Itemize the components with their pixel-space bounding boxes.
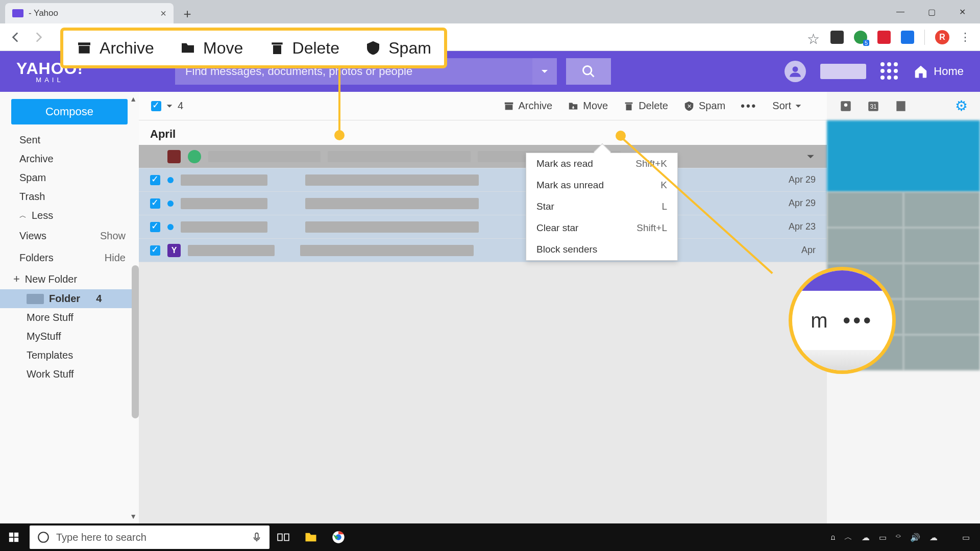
forward-button[interactable] [32,31,45,44]
row-checkbox[interactable] [150,175,160,185]
tray-chevron-icon[interactable]: ︿ [844,532,852,543]
extension-icon[interactable] [877,31,891,44]
message-row[interactable]: Apr 29 [139,168,827,192]
collapse-less[interactable]: ︿Less [0,206,139,225]
row-checkbox[interactable] [150,222,160,232]
row-checkbox[interactable] [150,245,160,256]
unread-dot-icon [167,224,174,230]
svg-rect-12 [78,42,90,45]
search-button[interactable] [566,58,611,85]
user-folder[interactable]: More Stuff [0,308,139,327]
onedrive-icon[interactable]: ☁ [862,533,870,542]
more-menu-button[interactable]: ••• [741,99,757,113]
sidebar-scrollbar[interactable] [132,265,139,418]
message-row[interactable]: Apr 23 [139,215,827,239]
back-button[interactable] [9,31,22,44]
file-explorer-icon[interactable] [297,523,325,551]
chevron-down-icon[interactable] [165,102,174,110]
apps-grid-icon[interactable] [880,62,899,81]
sort-button[interactable]: Sort [772,100,815,112]
home-link[interactable]: Home [913,64,964,79]
svg-rect-18 [9,538,13,542]
chrome-icon[interactable] [325,523,352,551]
task-view-icon[interactable] [270,523,297,551]
svg-rect-21 [255,533,258,539]
scroll-up-icon[interactable]: ▲ [130,95,137,103]
mic-icon[interactable] [251,532,262,543]
month-header: April [139,120,827,145]
move-button[interactable]: Move [568,100,608,112]
svg-rect-23 [284,534,289,541]
folder-trash[interactable]: Trash [0,187,139,206]
extension-icon[interactable] [901,31,914,44]
extension-icon[interactable] [830,31,844,44]
archive-button[interactable]: Archive [503,100,553,112]
ctx-block-senders[interactable]: Block senders [526,239,677,260]
profile-avatar[interactable]: R [935,30,949,44]
browser-tab[interactable]: - Yahoo × [5,3,174,23]
sender-avatar [167,150,181,163]
views-toggle[interactable]: Show [100,230,126,242]
compose-button[interactable]: Compose [11,99,128,124]
svg-point-1 [793,66,798,72]
svg-rect-4 [625,102,633,104]
wifi-icon[interactable]: ⌔ [896,533,901,542]
volume-icon[interactable]: 🔊 [910,533,920,542]
unread-dot-icon [167,177,174,183]
kebab-menu-icon[interactable]: ⋮ [960,31,971,44]
action-center-icon[interactable]: ▭ [962,533,970,542]
new-tab-button[interactable]: + [178,4,197,23]
user-folder[interactable]: MyStuff [0,327,139,346]
svg-rect-2 [504,102,513,104]
battery-icon[interactable]: ▭ [879,533,887,542]
window-maximize-icon[interactable]: ▢ [928,7,936,17]
close-tab-icon[interactable]: × [160,8,166,19]
user-folder-selected[interactable]: Folder 4 [0,289,139,308]
tab-favicon [12,9,23,17]
select-all-checkbox[interactable] [151,101,161,111]
window-minimize-icon[interactable]: — [896,7,904,16]
calendar-icon[interactable]: 31 [867,99,880,113]
search-dropdown[interactable] [532,58,557,85]
user-name[interactable] [820,64,866,79]
message-list: 4 Archive Move Delete ✕ Spam ••• Sort [139,92,827,523]
window-close-icon[interactable]: ✕ [959,7,966,17]
user-avatar[interactable] [785,61,806,82]
svg-rect-14 [272,42,282,44]
extension-icon[interactable]: 5 [854,31,867,44]
message-row[interactable] [139,145,827,168]
ctx-star[interactable]: StarL [526,196,677,217]
people-icon[interactable]: ⩍ [831,533,835,542]
contacts-icon[interactable] [839,99,852,113]
chevron-down-icon[interactable] [805,152,816,162]
folder-spam[interactable]: Spam [0,168,139,187]
bookmark-star-icon[interactable]: ☆ [807,31,820,44]
sender-avatar [188,150,201,163]
ctx-mark-unread[interactable]: Mark as unreadK [526,174,677,196]
svg-text:31: 31 [870,103,877,110]
user-folder[interactable]: Work Stuff [0,365,139,384]
sender-avatar: Y [167,244,181,257]
message-row[interactable]: Apr 29 [139,192,827,215]
ctx-clear-star[interactable]: Clear starShift+L [526,217,677,239]
folder-archive[interactable]: Archive [0,149,139,168]
folders-heading: Folders [19,252,54,264]
start-button[interactable] [0,523,28,551]
spam-button[interactable]: ✕ Spam [683,100,725,112]
row-checkbox[interactable] [150,198,160,209]
cloud-icon[interactable]: ☁ [929,533,938,542]
notepad-icon[interactable] [894,99,908,113]
settings-gear-icon[interactable]: ⚙ [955,97,968,114]
svg-rect-19 [14,538,18,542]
scroll-down-icon[interactable]: ▼ [130,512,137,520]
folder-sent[interactable]: Sent [0,131,139,149]
taskbar-search[interactable]: Type here to search [30,525,270,549]
new-folder-button[interactable]: +New Folder [0,269,139,289]
svg-rect-11 [896,101,905,111]
message-row[interactable]: Y Apr [139,239,827,262]
sidebar: ▲ Compose Sent Archive Spam Trash ︿Less … [0,92,139,523]
delete-button[interactable]: Delete [623,100,668,112]
user-folder[interactable]: Templates [0,346,139,365]
folders-toggle[interactable]: Hide [105,252,126,264]
svg-rect-16 [9,533,13,537]
